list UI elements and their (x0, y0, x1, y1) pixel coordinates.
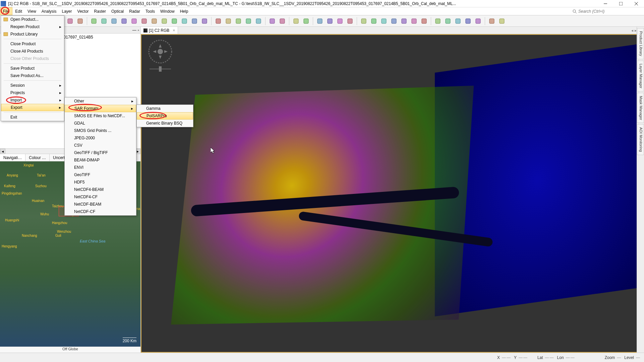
toolbar-rect-button[interactable] (325, 16, 335, 26)
toolbar-hand-button[interactable] (369, 16, 378, 26)
right-panel-product-library[interactable]: Product Library (637, 28, 644, 59)
toolbar-gcp-button[interactable] (65, 16, 75, 26)
toolbar-lambda-button[interactable] (139, 16, 149, 26)
menu-raster[interactable]: Raster (92, 7, 109, 15)
file-menu-item-product-library[interactable]: Product Library (1, 30, 64, 38)
close-button[interactable] (629, 0, 644, 7)
menu-view[interactable]: View (25, 7, 39, 15)
toolbar-gcp2-button[interactable] (214, 16, 223, 26)
toolbar-zoomin-button[interactable] (389, 16, 399, 26)
menu-optical[interactable]: Optical (109, 7, 126, 15)
image-tab-close-icon[interactable]: × (173, 28, 175, 33)
toolbar-zoomout-button[interactable] (399, 16, 409, 26)
export-menu-item-netcdf4-beam[interactable]: NetCDF4-BEAM (65, 186, 136, 193)
menu-file[interactable]: File (0, 7, 12, 15)
file-menu-item-session[interactable]: Session▸ (1, 82, 64, 89)
toolbar-world-button[interactable] (109, 16, 119, 26)
toolbar-info-button[interactable] (160, 16, 169, 26)
menu-edit[interactable]: Edit (12, 7, 25, 15)
export-menu-item-netcdf-beam[interactable]: NetCDF-BEAM (65, 201, 136, 208)
toolbar-scatter-button[interactable] (180, 16, 189, 26)
nav-tab-colour[interactable]: Colour … (25, 154, 50, 161)
menu-tools[interactable]: Tools (143, 7, 158, 15)
image-tab[interactable]: [1] C2 RGB × (141, 27, 178, 34)
export-menu-item-csv[interactable]: CSV (65, 142, 136, 149)
file-menu-item-close-product[interactable]: Close Product (1, 40, 64, 48)
export-menu-item-beam-dimap[interactable]: BEAM-DIMAP (65, 156, 136, 164)
tab-prev-icon[interactable]: ◂ (631, 28, 633, 33)
toolbar-grid2-button[interactable] (278, 16, 287, 26)
toolbar-convert-button[interactable] (129, 16, 139, 26)
close-panel-icon[interactable]: ▫ (138, 28, 139, 32)
sar-menu-item-polsarpro[interactable]: PolSARPro (137, 112, 193, 120)
export-menu-item-hdf5[interactable]: HDF5 (65, 178, 136, 186)
toolbar-select-button[interactable] (433, 16, 443, 26)
tab-next-icon[interactable]: ▸ (635, 28, 637, 33)
export-menu-item-gdal[interactable]: GDAL (65, 120, 136, 127)
export-menu-item-netcdf-cf[interactable]: NetCDF-CF (65, 208, 136, 215)
toolbar-zoomall-button[interactable] (419, 16, 429, 26)
toolbar-sigma-button[interactable] (200, 16, 209, 26)
toolbar-poly-button[interactable] (453, 16, 463, 26)
toolbar-grid4-button[interactable] (345, 16, 355, 26)
file-menu-item-save-product[interactable]: Save Product (1, 65, 64, 72)
toolbar-gcp3-button[interactable] (291, 16, 301, 26)
toolbar-view-button[interactable] (99, 16, 109, 26)
image-canvas[interactable] (141, 34, 644, 353)
file-menu-item-open-product[interactable]: Open Product... (1, 16, 64, 23)
toolbar-ellipse-button[interactable] (315, 16, 325, 26)
toolbar-histogram-button[interactable] (170, 16, 179, 26)
file-menu-item-reopen-product[interactable]: Reopen Product▸ (1, 23, 64, 30)
nav-tab-navigation[interactable]: Navigati… (0, 154, 25, 161)
toolbar-palette-button[interactable] (89, 16, 99, 26)
file-menu-item-exit[interactable]: Exit (1, 114, 64, 121)
sar-menu-item-gamma[interactable]: Gamma (137, 105, 193, 112)
export-menu-item-sar-formats[interactable]: SAR Formats▸ (65, 105, 136, 112)
export-menu-item-geotiff-bigtiff[interactable]: GeoTIFF / BigTIFF (65, 149, 136, 156)
menu-radar[interactable]: Radar (126, 7, 143, 15)
toolbar-graph-button[interactable] (301, 16, 311, 26)
menu-vector[interactable]: Vector (75, 7, 92, 15)
toolbar-chev-button[interactable] (487, 16, 496, 26)
toolbar-stats-button[interactable] (150, 16, 159, 26)
toolbar-chev2-button[interactable] (497, 16, 507, 26)
export-menu-item-smos-grid-points[interactable]: SMOS Grid Points ... (65, 127, 136, 134)
toolbar-shape-button[interactable] (75, 16, 85, 26)
toolbar-stack-button[interactable] (224, 16, 233, 26)
export-menu-item-other[interactable]: Other▸ (65, 97, 136, 105)
export-menu-item-smos-ee-files-to-netcdf[interactable]: SMOS EE Files to NetCDF... (65, 112, 136, 120)
minimize-panel-icon[interactable]: — (132, 28, 136, 32)
file-menu-item-import[interactable]: Import▸ (1, 96, 64, 104)
search-input[interactable] (578, 9, 642, 14)
toolbar-crop-button[interactable] (443, 16, 453, 26)
maximize-button[interactable] (613, 0, 629, 7)
export-menu-item-geotiff[interactable]: GeoTIFF (65, 171, 136, 178)
export-menu-item-envi[interactable]: ENVI (65, 164, 136, 171)
toolbar-zoom-button[interactable] (379, 16, 389, 26)
right-panel-layer-manager[interactable]: Layer Manager (637, 61, 644, 91)
minimize-button[interactable] (598, 0, 613, 7)
file-menu-item-projects[interactable]: Projects▸ (1, 89, 64, 96)
menu-window[interactable]: Window (158, 7, 177, 15)
menu-help[interactable]: Help (177, 7, 191, 15)
right-panel-mask-manager[interactable]: Mask Manager (637, 93, 644, 123)
toolbar-grid1-button[interactable] (268, 16, 277, 26)
menu-analysis[interactable]: Analysis (39, 7, 59, 15)
toolbar-coreg-button[interactable] (234, 16, 243, 26)
toolbar-interf-button[interactable] (244, 16, 253, 26)
scroll-left-button[interactable]: ◂ (0, 149, 5, 154)
search-box[interactable] (570, 7, 644, 15)
toolbar-arrow-button[interactable] (359, 16, 368, 26)
right-panel-aoi-monitoring[interactable]: AOI Monitoring (637, 124, 644, 155)
export-menu-item-netcdf4-cf[interactable]: NetCDF4-CF (65, 193, 136, 201)
file-menu-item-export[interactable]: Export▸ (1, 104, 64, 111)
toolbar-range-button[interactable] (473, 16, 483, 26)
toolbar-profile-button[interactable] (119, 16, 129, 26)
toolbar-gcptool-button[interactable] (409, 16, 419, 26)
export-menu-item-jpeg-2000[interactable]: JPEG-2000 (65, 134, 136, 142)
menu-layer[interactable]: Layer (59, 7, 75, 15)
toolbar-path-button[interactable] (463, 16, 473, 26)
toolbar-spectrum-button[interactable] (190, 16, 199, 26)
toolbar-speckle-button[interactable] (254, 16, 263, 26)
file-menu-item-save-product-as[interactable]: Save Product As... (1, 72, 64, 79)
